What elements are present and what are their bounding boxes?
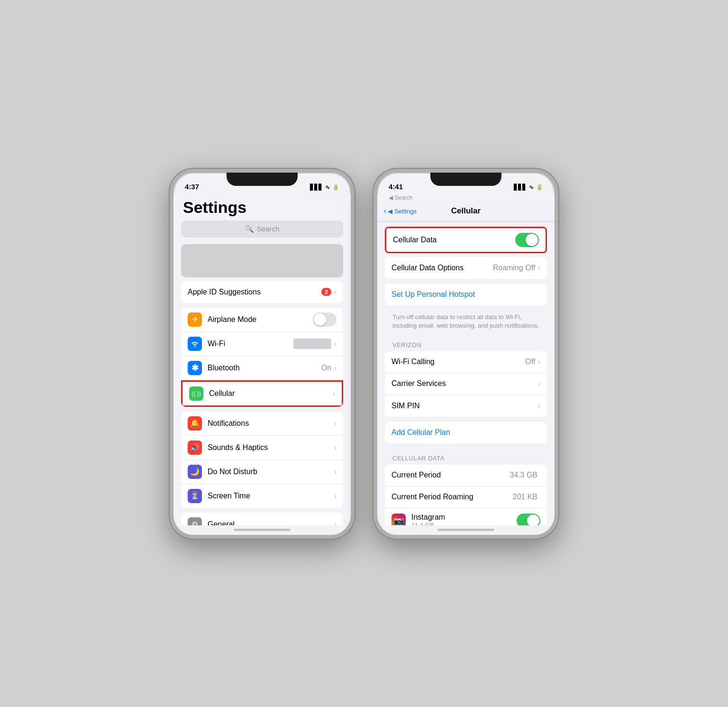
cellular-data-group: Current Period 34.3 GB Current Period Ro… <box>385 465 547 525</box>
search-icon: 🔍 <box>245 225 254 233</box>
notch <box>227 173 298 186</box>
general-icon: ⚙ <box>188 517 202 525</box>
system-group: ⚙ General › ◉ Control Center › AA Displa… <box>181 513 343 525</box>
cellular-icon: ((·)) <box>189 386 203 401</box>
airplane-icon: ✈ <box>188 312 202 327</box>
apple-id-banner[interactable] <box>181 244 343 277</box>
search-bar[interactable]: 🔍 Search <box>181 220 343 238</box>
apple-id-suggestions-item[interactable]: Apple ID Suggestions 2 › <box>181 281 343 303</box>
instagram-info: Instagram 11.4 GB <box>411 513 517 525</box>
apple-id-badge: 2 <box>321 288 331 296</box>
left-phone: 4:37 ▋▋▋ ∿ 🔋 Settings 🔍 Search Apple ID … <box>170 169 355 539</box>
status-icons-left: ▋▋▋ ∿ 🔋 <box>310 184 339 191</box>
wifi-calling-chevron: › <box>538 358 540 366</box>
nav-title: Cellular <box>451 206 481 216</box>
search-label: Search <box>257 225 280 233</box>
cellular-data-options-label: Cellular Data Options <box>391 264 493 272</box>
cellular-data-options-group: Cellular Data Options Roaming Off › <box>385 257 547 279</box>
add-plan-group: Add Cellular Plan <box>385 422 547 443</box>
cellular-item[interactable]: ((·)) Cellular › <box>182 382 342 405</box>
sounds-item[interactable]: 🔊 Sounds & Haptics › <box>181 436 343 460</box>
home-indicator-right <box>377 525 555 535</box>
carrier-services-item[interactable]: Carrier Services › <box>385 373 547 395</box>
bluetooth-chevron: › <box>334 364 337 372</box>
chevron-icon: › <box>334 288 337 296</box>
nav-back-label: ◀ Settings <box>388 208 417 215</box>
screentime-item[interactable]: ⏳ Screen Time › <box>181 484 343 508</box>
connectivity-group: ✈ Airplane Mode Wi-Fi › <box>181 308 343 407</box>
battery-icon-right: 🔋 <box>536 184 543 191</box>
notifications-item[interactable]: 🔔 Notifications › <box>181 412 343 436</box>
current-period-value: 34.3 GB <box>510 471 537 479</box>
signal-icon: ▋▋▋ <box>310 184 323 191</box>
notif-chevron: › <box>334 420 337 427</box>
cellular-label: Cellular <box>209 389 333 398</box>
cellular-data-label: Cellular Data <box>393 236 515 244</box>
current-period-item: Current Period 34.3 GB <box>385 465 547 487</box>
cellular-highlight-border: ((·)) Cellular › <box>181 380 343 407</box>
signal-icon-right: ▋▋▋ <box>514 184 527 191</box>
cellular-chevron: › <box>333 390 335 397</box>
bluetooth-icon: ✱ <box>188 361 202 375</box>
home-indicator-left <box>173 525 351 535</box>
current-period-roaming-value: 201 KB <box>513 493 537 501</box>
wifi-label: Wi-Fi <box>208 340 293 348</box>
cellular-data-toggle-item[interactable]: Cellular Data <box>386 228 546 252</box>
sim-pin-item[interactable]: SIM PIN › <box>385 395 547 417</box>
dnd-item[interactable]: 🌙 Do Not Disturb › <box>181 460 343 484</box>
verizon-group: Wi-Fi Calling Off › Carrier Services › S… <box>385 351 547 417</box>
cellular-data-highlight: Cellular Data <box>385 227 547 253</box>
cs-chevron: › <box>538 380 540 387</box>
instagram-name: Instagram <box>411 513 517 522</box>
nav-back-button[interactable]: ‹ ◀ Settings <box>384 207 417 215</box>
settings-scroll[interactable]: Settings 🔍 Search Apple ID Suggestions 2… <box>173 193 351 525</box>
cellular-scroll[interactable]: Cellular Data Cellular Data Options Roam… <box>377 222 555 525</box>
dnd-label: Do Not Disturb <box>208 468 334 476</box>
cellular-data-options-item[interactable]: Cellular Data Options Roaming Off › <box>385 257 547 279</box>
wifi-status-icon-right: ∿ <box>529 184 534 191</box>
search-back-text: Search <box>394 194 412 201</box>
cdo-chevron: › <box>538 264 540 272</box>
cellular-data-header: CELLULAR DATA <box>377 448 555 465</box>
hotspot-link[interactable]: Set Up Personal Hotspot <box>391 290 540 299</box>
bluetooth-item[interactable]: ✱ Bluetooth On › <box>181 356 343 380</box>
notifications-group: 🔔 Notifications › 🔊 Sounds & Haptics › 🌙… <box>181 412 343 508</box>
airplane-label: Airplane Mode <box>208 315 313 324</box>
current-period-roaming-item: Current Period Roaming 201 KB <box>385 487 547 508</box>
hotspot-item[interactable]: Set Up Personal Hotspot <box>385 284 547 305</box>
instagram-size: 11.4 GB <box>411 522 517 525</box>
general-item[interactable]: ⚙ General › <box>181 513 343 525</box>
apple-id-group: Apple ID Suggestions 2 › <box>181 281 343 303</box>
instagram-item[interactable]: 📷 Instagram 11.4 GB <box>385 508 547 525</box>
add-plan-item[interactable]: Add Cellular Plan <box>385 422 547 443</box>
wifi-calling-item[interactable]: Wi-Fi Calling Off › <box>385 351 547 373</box>
instagram-icon: 📷 <box>391 514 406 525</box>
notifications-icon: 🔔 <box>188 416 202 431</box>
nav-back-chevron: ‹ <box>384 207 386 215</box>
screentime-label: Screen Time <box>208 492 334 500</box>
bluetooth-label: Bluetooth <box>208 364 321 372</box>
sounds-chevron: › <box>334 444 337 451</box>
add-plan-label[interactable]: Add Cellular Plan <box>391 428 540 437</box>
time-right: 4:41 <box>389 183 403 191</box>
home-bar-left <box>234 529 291 531</box>
verizon-header: VERIZON <box>377 335 555 351</box>
airplane-mode-item[interactable]: ✈ Airplane Mode <box>181 308 343 332</box>
wifi-calling-value: Off <box>525 358 535 366</box>
dnd-icon: 🌙 <box>188 465 202 479</box>
wifi-chevron: › <box>334 340 337 348</box>
page-title: Settings <box>173 193 351 220</box>
cellular-data-options-value: Roaming Off <box>493 264 536 272</box>
dnd-chevron: › <box>334 468 337 476</box>
instagram-toggle[interactable] <box>517 514 540 525</box>
cellular-data-toggle[interactable] <box>515 233 539 247</box>
search-back-chevron: ◀ <box>389 194 393 201</box>
wifi-item[interactable]: Wi-Fi › <box>181 332 343 356</box>
sim-pin-label: SIM PIN <box>391 402 538 410</box>
sounds-label: Sounds & Haptics <box>208 443 334 452</box>
general-label: General <box>208 520 334 525</box>
notifications-label: Notifications <box>208 419 334 428</box>
hotspot-group: Set Up Personal Hotspot <box>385 284 547 305</box>
airplane-toggle[interactable] <box>313 312 337 327</box>
settings-screen: Settings 🔍 Search Apple ID Suggestions 2… <box>173 193 351 535</box>
